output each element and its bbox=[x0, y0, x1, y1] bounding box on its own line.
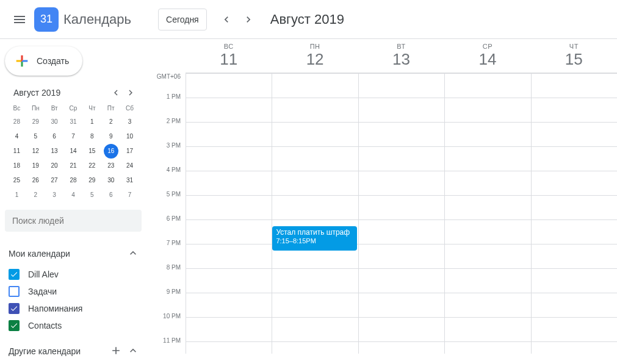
mini-day-cell[interactable]: 15 bbox=[85, 144, 99, 159]
day-header[interactable]: ЧТ15 bbox=[531, 39, 617, 69]
mini-day-cell[interactable]: 19 bbox=[28, 159, 43, 173]
day-column[interactable] bbox=[358, 74, 444, 354]
main-menu-button[interactable] bbox=[5, 5, 34, 34]
mini-day-cell[interactable]: 30 bbox=[104, 173, 118, 188]
people-search[interactable] bbox=[5, 210, 142, 232]
mini-day-cell[interactable]: 3 bbox=[123, 115, 137, 129]
mini-day-cell[interactable]: 5 bbox=[85, 188, 99, 202]
mini-next-month-button[interactable] bbox=[123, 85, 138, 100]
current-period-label: Август 2019 bbox=[270, 12, 344, 27]
mini-dow-cell: Пн bbox=[26, 102, 45, 115]
day-header[interactable]: ПН12 bbox=[272, 39, 358, 69]
dow-label: ПН bbox=[272, 43, 358, 50]
create-button[interactable]: Создать bbox=[5, 46, 82, 76]
event-title: Устал платить штраф bbox=[276, 228, 353, 237]
mini-day-cell[interactable]: 28 bbox=[66, 173, 81, 188]
mini-dow-cell: Вт bbox=[45, 102, 64, 115]
calendar-checkbox[interactable] bbox=[9, 320, 20, 331]
mini-day-cell[interactable]: 31 bbox=[66, 115, 81, 129]
chevron-up-icon bbox=[127, 247, 139, 261]
hour-label: 4 PM bbox=[167, 166, 181, 173]
hour-label: 6 PM bbox=[167, 215, 181, 222]
mini-day-cell[interactable]: 24 bbox=[123, 159, 137, 173]
hour-label: 2 PM bbox=[167, 118, 181, 124]
hour-label: 9 PM bbox=[167, 288, 181, 295]
mini-dow-cell: Пт bbox=[101, 102, 120, 115]
hour-label: 10 PM bbox=[163, 313, 181, 319]
day-column[interactable] bbox=[531, 74, 617, 354]
mini-day-cell[interactable]: 7 bbox=[123, 188, 137, 202]
calendar-checkbox[interactable] bbox=[9, 269, 20, 280]
mini-day-cell[interactable]: 20 bbox=[47, 159, 62, 173]
calendar-checkbox[interactable] bbox=[9, 303, 20, 314]
mini-day-cell[interactable]: 7 bbox=[66, 129, 81, 144]
event-time: 7:15–8:15PM bbox=[276, 237, 353, 245]
day-header[interactable]: ВС11 bbox=[186, 39, 272, 69]
mini-day-cell[interactable]: 26 bbox=[28, 173, 43, 188]
mini-day-cell[interactable]: 4 bbox=[66, 188, 81, 202]
mini-day-cell[interactable]: 13 bbox=[47, 144, 62, 159]
mini-day-cell[interactable]: 22 bbox=[85, 159, 99, 173]
add-calendar-button[interactable] bbox=[110, 344, 122, 359]
mini-day-cell[interactable]: 21 bbox=[66, 159, 81, 173]
day-number: 11 bbox=[186, 50, 272, 69]
mini-day-cell[interactable]: 29 bbox=[85, 173, 99, 188]
mini-day-cell[interactable]: 17 bbox=[123, 144, 137, 159]
mini-day-cell[interactable]: 6 bbox=[104, 188, 118, 202]
mini-day-cell[interactable]: 12 bbox=[28, 144, 43, 159]
calendar-item[interactable]: Задачи bbox=[5, 283, 142, 300]
prev-period-button[interactable] bbox=[217, 10, 236, 29]
people-search-input[interactable] bbox=[12, 216, 134, 226]
mini-day-cell[interactable]: 16 bbox=[104, 144, 118, 159]
calendar-item[interactable]: Напоминания bbox=[5, 300, 142, 317]
other-calendars-header[interactable]: Другие календари bbox=[5, 340, 142, 362]
app-header: 31 Календарь Сегодня Август 2019 bbox=[0, 0, 617, 39]
search-button[interactable] bbox=[588, 7, 612, 32]
mini-day-cell[interactable]: 9 bbox=[104, 129, 118, 144]
my-calendars-header[interactable]: Мои календари bbox=[5, 243, 142, 265]
mini-day-cell[interactable]: 14 bbox=[66, 144, 81, 159]
next-period-button[interactable] bbox=[239, 10, 258, 29]
mini-dow-cell: Ср bbox=[64, 102, 83, 115]
mini-day-cell[interactable]: 1 bbox=[85, 115, 99, 129]
mini-day-cell[interactable]: 30 bbox=[47, 115, 62, 129]
mini-day-cell[interactable]: 2 bbox=[28, 188, 43, 202]
mini-dow-cell: Сб bbox=[120, 102, 139, 115]
mini-day-cell[interactable]: 4 bbox=[9, 129, 24, 144]
mini-day-cell[interactable]: 25 bbox=[9, 173, 24, 188]
day-column[interactable]: Устал платить штраф7:15–8:15PM bbox=[272, 74, 358, 354]
calendar-checkbox[interactable] bbox=[9, 286, 20, 297]
mini-day-cell[interactable]: 1 bbox=[9, 188, 24, 202]
mini-day-cell[interactable]: 27 bbox=[47, 173, 62, 188]
mini-day-cell[interactable]: 18 bbox=[9, 159, 24, 173]
day-header[interactable]: ВТ13 bbox=[358, 39, 444, 69]
mini-dow-cell: Чт bbox=[82, 102, 101, 115]
mini-day-cell[interactable]: 3 bbox=[47, 188, 62, 202]
chevron-left-icon bbox=[110, 87, 121, 98]
calendar-event[interactable]: Устал платить штраф7:15–8:15PM bbox=[272, 226, 356, 251]
mini-day-cell[interactable]: 23 bbox=[104, 159, 118, 173]
calendar-item[interactable]: Dill Alev bbox=[5, 266, 142, 283]
day-column[interactable] bbox=[444, 74, 530, 354]
create-label: Создать bbox=[37, 56, 69, 66]
day-header[interactable]: СР14 bbox=[444, 39, 530, 69]
mini-day-cell[interactable]: 11 bbox=[9, 144, 24, 159]
mini-calendar-days: 2829303112345678910111213141516171819202… bbox=[5, 115, 142, 202]
mini-day-cell[interactable]: 31 bbox=[123, 173, 137, 188]
dow-label: ВТ bbox=[358, 43, 444, 50]
mini-day-cell[interactable]: 8 bbox=[85, 129, 99, 144]
mini-day-cell[interactable]: 28 bbox=[9, 115, 24, 129]
hamburger-icon bbox=[12, 12, 27, 27]
dow-label: СР bbox=[444, 43, 530, 50]
calendar-item[interactable]: Contacts bbox=[5, 317, 142, 334]
mini-day-cell[interactable]: 5 bbox=[28, 129, 43, 144]
today-button[interactable]: Сегодня bbox=[158, 9, 207, 30]
plus-multicolor-icon bbox=[13, 52, 31, 70]
mini-day-cell[interactable]: 10 bbox=[123, 129, 137, 144]
dow-label: ВС bbox=[186, 43, 272, 50]
mini-prev-month-button[interactable] bbox=[109, 85, 123, 100]
mini-day-cell[interactable]: 6 bbox=[47, 129, 62, 144]
day-column[interactable] bbox=[186, 74, 272, 354]
mini-day-cell[interactable]: 29 bbox=[28, 115, 43, 129]
mini-day-cell[interactable]: 2 bbox=[104, 115, 118, 129]
